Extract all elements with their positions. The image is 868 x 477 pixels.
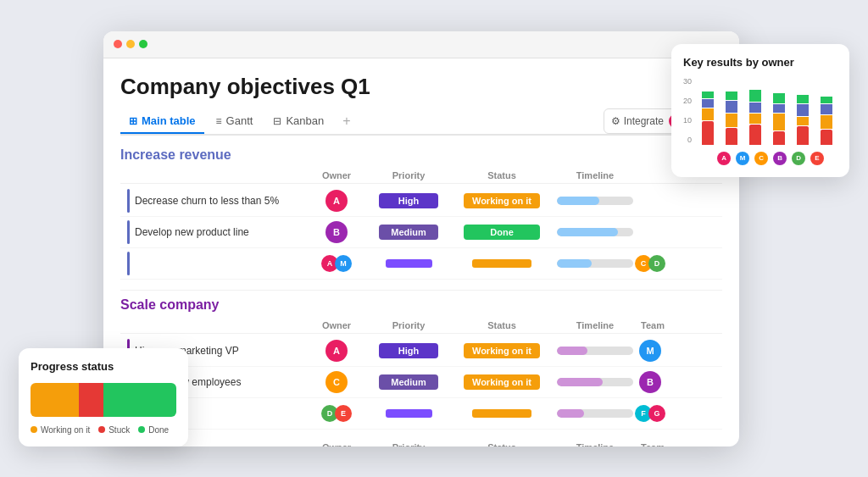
key-results-title: Key results by owner (683, 56, 837, 69)
table-row-extra: D E (120, 398, 722, 430)
row-name-empty (120, 252, 307, 275)
avatar: C (326, 371, 348, 393)
owner-group: A M (307, 255, 366, 272)
status-badge: Working on it (464, 374, 540, 390)
done-dot (138, 426, 145, 433)
status-badge: Done (464, 225, 540, 240)
add-tab-button[interactable]: + (336, 110, 357, 132)
maximize-dot[interactable] (139, 40, 147, 48)
timeline-cell (553, 378, 637, 386)
section-increase-revenue: Increase revenue Owner Priority Status T… (120, 147, 722, 280)
chart-y-axis: 30 20 10 0 (683, 77, 695, 145)
progress-working (31, 383, 79, 417)
timeline-bar (557, 378, 633, 386)
minimize-dot[interactable] (126, 40, 135, 48)
status-cell[interactable]: Working on it (451, 343, 553, 358)
tab-bar: ⊞ Main table ≡ Gantt ⊟ Kanban + ⚙ Integr… (120, 108, 722, 136)
owner-cell: A (307, 340, 366, 362)
titlebar (103, 31, 739, 58)
chart-avatars: A M C B D E (698, 152, 837, 165)
avatar: A (326, 190, 348, 212)
chart-avatar: E (810, 152, 824, 165)
table-icon: ⊞ (129, 115, 137, 127)
timeline-fill (557, 228, 618, 236)
table-row[interactable]: Decrease churn to less than 5% A High Wo… (120, 186, 722, 217)
avatar: B (639, 371, 661, 393)
table-row[interactable]: Hire 20 new employees C Medium Working o… (120, 367, 722, 398)
right-avatars: C D (637, 255, 663, 272)
kanban-icon: ⊟ (273, 115, 281, 127)
legend-stuck: Stuck (98, 425, 130, 435)
status-cell[interactable]: Working on it (451, 374, 553, 390)
legend-done: Done (138, 425, 169, 435)
avatar: M (335, 255, 352, 272)
avatar: B (326, 221, 348, 243)
avatar: A (326, 340, 348, 362)
status-badge: Working on it (464, 343, 540, 358)
avatar: E (335, 405, 352, 422)
chart-avatar: C (754, 152, 768, 165)
legend-working: Working on it (31, 425, 90, 435)
owner-group: D E (307, 405, 366, 422)
owner-cell: C (307, 371, 366, 393)
progress-done (103, 383, 176, 417)
timeline-bar (557, 259, 633, 268)
priority-badge: High (379, 193, 438, 208)
close-dot[interactable] (114, 40, 122, 48)
priority-cell[interactable]: Medium (366, 225, 451, 240)
owner-cell: B (307, 221, 366, 243)
working-dot (31, 426, 37, 433)
priority-cell[interactable]: Medium (366, 374, 451, 390)
timeline-fill (557, 259, 592, 268)
table-header-third: Owner Priority Status Timeline Team (120, 440, 722, 446)
table-header-scale: Owner Priority Status Timeline Team (120, 318, 722, 334)
row-indicator (127, 189, 130, 213)
tab-main-table[interactable]: ⊞ Main table (120, 109, 204, 134)
priority-cell[interactable]: High (366, 343, 451, 358)
section-title-revenue: Increase revenue (120, 147, 722, 163)
progress-bar (31, 383, 176, 417)
timeline-bar (557, 347, 633, 355)
priority-badge: Medium (379, 374, 438, 390)
row-name: Decrease churn to less than 5% (120, 189, 307, 213)
timeline-cell (553, 228, 637, 236)
table-header-revenue: Owner Priority Status Timeline (120, 168, 722, 184)
row-indicator (127, 252, 130, 275)
avatar: M (639, 340, 661, 362)
table-row[interactable]: Hire new marketing VP A High Working on … (120, 336, 722, 367)
table-row[interactable]: Develop new product line B Medium Done (120, 217, 722, 248)
section-third: Owner Priority Status Timeline Team d 24… (120, 440, 722, 446)
chart-avatar: D (792, 152, 805, 165)
status-badge: Working on it (464, 193, 540, 208)
bar-chart (698, 77, 837, 145)
timeline-bar (557, 228, 633, 236)
team-avatars: F G (635, 405, 665, 422)
chart-avatar: M (736, 152, 749, 165)
integrate-icon: ⚙ (611, 115, 620, 127)
team-cell: B (637, 371, 663, 393)
progress-title: Progress status (31, 360, 176, 373)
timeline-fill (557, 197, 599, 205)
status-cell[interactable]: Working on it (451, 193, 553, 208)
row-indicator (127, 220, 130, 244)
tab-kanban[interactable]: ⊟ Kanban (264, 109, 332, 134)
key-results-card: Key results by owner 30 20 10 0 (671, 44, 849, 177)
progress-status-card: Progress status Working on it Stuck Done (19, 348, 188, 446)
priority-empty (366, 259, 451, 268)
priority-cell[interactable]: High (366, 193, 451, 208)
timeline-fill (557, 378, 603, 386)
group-avatars: D E (321, 405, 352, 422)
timeline-fill (557, 409, 584, 418)
timeline-cell (553, 347, 637, 355)
row-name: Develop new product line (120, 220, 307, 244)
status-empty (451, 259, 553, 268)
tab-gantt[interactable]: ≡ Gantt (208, 109, 262, 134)
priority-badge: High (379, 343, 438, 358)
group-avatars: A M (321, 255, 352, 272)
status-cell[interactable]: Done (451, 225, 553, 240)
chart-avatar: B (773, 152, 787, 165)
timeline-bar (557, 409, 633, 418)
main-window: Company objectives Q1 ⊞ Main table ≡ Gan… (103, 31, 739, 446)
owner-cell: A (307, 190, 366, 212)
section-title-scale: Scale company (120, 297, 722, 313)
